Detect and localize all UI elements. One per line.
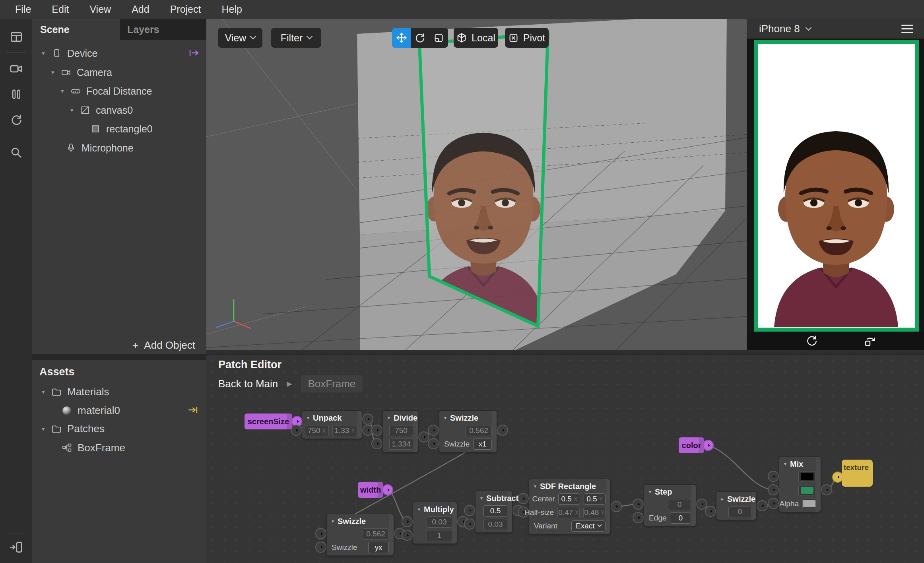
sdf-halfsize-x-field[interactable]: 0.47X [557, 507, 580, 518]
local-space-button[interactable]: Local [454, 28, 498, 48]
subtract-a-field[interactable]: 0.5 [483, 505, 507, 516]
port[interactable] [633, 513, 643, 523]
mix-color-a-swatch[interactable] [798, 472, 816, 482]
patch-input-screensize[interactable]: screenSize [245, 414, 292, 429]
multiply-b-field[interactable]: 1 [427, 530, 452, 541]
swizzle2-code-field[interactable]: yx [368, 542, 389, 553]
port[interactable] [703, 440, 713, 450]
sdf-center-y-field[interactable]: 0.5Y [584, 493, 606, 505]
filter-dropdown[interactable]: Filter [271, 28, 321, 48]
subtract-b-field[interactable]: 0.03 [483, 519, 507, 530]
device-selector[interactable]: iPhone 8 [759, 23, 800, 35]
asset-boxframe[interactable]: BoxFrame [32, 439, 206, 457]
step-edge-field[interactable]: 0 [670, 513, 691, 524]
restart-effect-icon[interactable] [806, 335, 818, 348]
menu-edit[interactable]: Edit [52, 4, 69, 15]
video-camera-icon[interactable] [8, 60, 25, 77]
menu-project[interactable]: Project [170, 4, 201, 15]
collapse-icon[interactable]: ▾ [444, 415, 446, 421]
expand-arrow-icon[interactable]: ▾ [51, 69, 60, 76]
port[interactable] [757, 501, 767, 511]
collapse-icon[interactable]: ▾ [388, 415, 390, 421]
port[interactable] [768, 471, 778, 481]
collapse-icon[interactable]: ▸ [721, 496, 724, 502]
unpack-x-field[interactable]: 750X [305, 425, 329, 436]
tree-item-microphone[interactable]: Microphone [32, 138, 206, 157]
port[interactable] [768, 485, 778, 495]
port[interactable] [821, 485, 832, 495]
patch-node-swizzle3[interactable]: ▸Swizzle 0 [716, 491, 757, 520]
port[interactable] [316, 542, 326, 552]
port[interactable] [382, 485, 393, 495]
pause-icon[interactable] [8, 86, 25, 103]
step-value-field[interactable]: 0 [668, 499, 691, 510]
asset-material0[interactable]: material0 [32, 401, 206, 420]
port[interactable] [316, 528, 326, 539]
layout-icon[interactable] [8, 29, 25, 45]
patch-node-subtract[interactable]: ▾Subtract 0.5 0.03 [475, 491, 512, 533]
menu-add[interactable]: Add [132, 4, 149, 15]
swizzle3-value-field[interactable]: 0 [728, 506, 751, 517]
port[interactable] [464, 505, 475, 516]
view-dropdown[interactable]: View [218, 28, 262, 48]
send-to-device-icon[interactable] [8, 539, 25, 556]
tree-item-camera[interactable]: ▾ Camera [32, 63, 206, 82]
expand-arrow-icon[interactable]: ▾ [42, 388, 50, 396]
simulator-menu-icon[interactable] [901, 25, 913, 33]
swizzle2-value-field[interactable]: 0.562 [363, 528, 389, 540]
menu-view[interactable]: View [89, 4, 111, 15]
search-icon[interactable] [8, 144, 25, 161]
collapse-icon[interactable]: ▾ [784, 461, 786, 467]
pivot-button[interactable]: Pivot [505, 28, 549, 48]
patch-node-multiply[interactable]: ▾Multiply 0.03 1 [413, 502, 457, 544]
expand-arrow-icon[interactable]: ▾ [70, 107, 79, 114]
collapse-icon[interactable]: ▾ [534, 483, 536, 489]
patch-node-swizzle1[interactable]: ▾Swizzle 0.562 Swizzlex1 [439, 410, 497, 452]
simulator-screen[interactable] [754, 40, 919, 332]
collapse-icon[interactable]: ▾ [480, 495, 483, 501]
patch-node-sdf-rectangle[interactable]: ▾SDF Rectangle Center 0.5X 0.5Y Half-siz… [529, 479, 611, 534]
port[interactable] [611, 501, 621, 512]
chevron-down-icon[interactable] [805, 24, 811, 31]
rotate-device-icon[interactable] [864, 335, 876, 348]
port[interactable] [497, 425, 508, 435]
port[interactable] [363, 414, 373, 424]
port[interactable] [633, 499, 643, 509]
multiply-a-field[interactable]: 0.03 [427, 516, 452, 528]
port[interactable] [518, 493, 528, 504]
restart-icon[interactable] [8, 111, 25, 128]
divide-b-field[interactable]: 1,334 [389, 439, 413, 450]
add-object-button[interactable]: + Add Object [32, 336, 206, 354]
expand-arrow-icon[interactable]: ▾ [42, 425, 50, 433]
port[interactable] [372, 425, 382, 435]
divide-a-field[interactable]: 750 [389, 425, 413, 436]
tab-scene[interactable]: Scene [32, 19, 120, 40]
patch-node-unpack[interactable]: ▾Unpack 750X 1,33Y [302, 410, 362, 439]
asset-folder-patches[interactable]: ▾ Patches [32, 419, 206, 438]
port[interactable] [697, 499, 707, 509]
tree-item-focal-distance[interactable]: ▾ Focal Distance [32, 82, 206, 101]
port[interactable] [768, 498, 778, 509]
collapse-icon[interactable]: ▾ [649, 489, 651, 495]
port[interactable] [428, 425, 439, 435]
sdf-variant-dropdown[interactable]: Exact [571, 520, 606, 532]
export-to-patch-icon[interactable] [189, 48, 199, 59]
mix-alpha-swatch[interactable] [802, 499, 816, 509]
patch-output-texture[interactable]: texture [842, 460, 873, 487]
sdf-center-x-field[interactable]: 0.5X [558, 493, 580, 505]
move-tool-button[interactable] [392, 28, 411, 48]
unpack-y-field[interactable]: 1,33Y [332, 425, 357, 436]
mix-color-b-swatch[interactable] [798, 485, 816, 495]
sdf-halfsize-y-field[interactable]: 0.48Y [583, 507, 606, 518]
port[interactable] [402, 530, 412, 540]
port[interactable] [464, 519, 475, 529]
port[interactable] [419, 432, 429, 442]
port[interactable] [705, 506, 716, 516]
port[interactable] [291, 425, 301, 435]
menu-file[interactable]: File [15, 4, 31, 15]
menu-help[interactable]: Help [221, 4, 242, 15]
port[interactable] [428, 439, 439, 449]
export-to-patch-icon[interactable] [188, 404, 198, 417]
expand-arrow-icon[interactable]: ▾ [61, 87, 70, 95]
tab-layers[interactable]: Layers [120, 19, 206, 40]
